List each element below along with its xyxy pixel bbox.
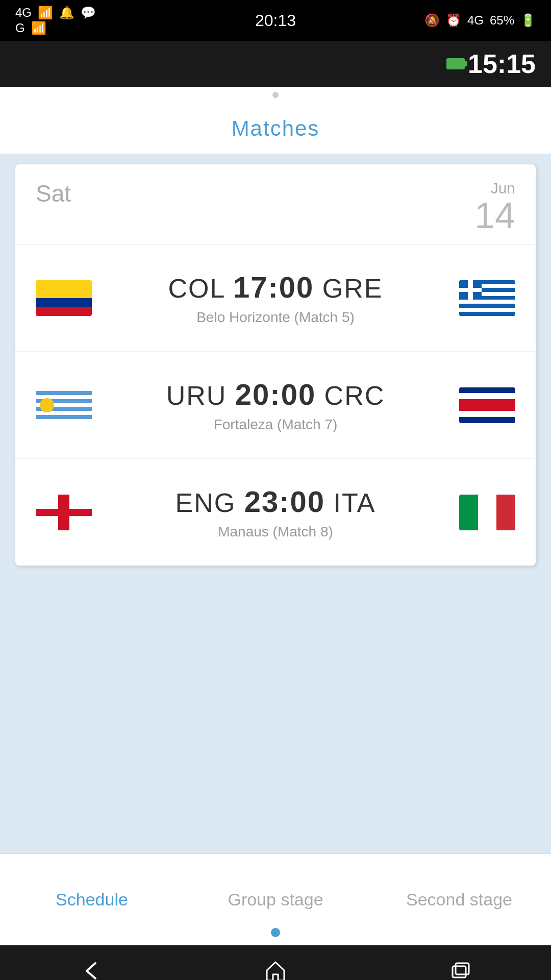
back-button[interactable] [79,958,105,980]
status-bar: 4G 📶 🔔 💬 G 📶 20:13 🔕 ⏰ 4G 65% 🔋 [0,0,551,41]
mute-icon: 🔕 [424,13,440,28]
date-header: Sat Jun 14 [15,164,536,244]
flag-italy [459,495,515,530]
signal-bars-1: 📶 [38,6,53,20]
nav-second-stage[interactable]: Second stage [367,854,551,945]
colombia-yellow-stripe [36,280,92,298]
match-info-1: COL 17:00 GRE Belo Horizonte (Match 5) [92,270,459,326]
flag-england [36,495,92,530]
wechat-icon: 💬 [81,6,96,20]
signal-4g-2: G [15,21,25,35]
match-row-1[interactable]: COL 17:00 GRE Belo Horizonte (Match 5) [15,244,536,352]
match-teams-time-1: COL 17:00 GRE [92,270,459,304]
flag-greece [459,280,515,316]
match-venue-3: Manaus (Match 8) [92,524,459,540]
time-bar: 15:15 [0,41,551,87]
app-header: Matches [0,103,551,154]
battery-icon: 🔋 [520,13,536,28]
top-indicator [0,87,551,103]
nav-group-stage[interactable]: Group stage [184,854,367,945]
nav-schedule-label: Schedule [56,890,128,910]
signal-bars-2: 📶 [31,21,46,35]
notification-icon: 🔔 [59,6,74,20]
date-right: Jun 14 [474,180,515,234]
match-info-2: URU 20:00 CRC Fortaleza (Match 7) [92,377,459,433]
signal-area: 4G 📶 🔔 💬 G 📶 [15,6,96,35]
alarm-icon: ⏰ [446,13,461,28]
status-time: 20:13 [255,11,296,30]
match-info-3: ENG 23:00 ITA Manaus (Match 8) [92,484,459,540]
main-content: Sat Jun 14 COL 17:00 GRE Belo Horizonte … [0,154,551,853]
match-venue-2: Fortaleza (Match 7) [92,416,459,433]
svg-rect-1 [456,963,469,974]
flag-uruguay [36,387,92,423]
flag-costarica [459,387,515,423]
match-time-1: 17:00 [233,271,314,304]
colombia-red-stripe [36,307,92,316]
signal-4g-1: 4G [15,6,32,20]
local-time: 15:15 [468,48,536,79]
page-title: Matches [232,116,320,141]
match-venue-1: Belo Horizonte (Match 5) [92,309,459,326]
match-row-3[interactable]: ENG 23:00 ITA Manaus (Match 8) [15,459,536,566]
indicator-dot [272,92,279,98]
signal-4g-right: 4G [467,13,484,28]
status-right-area: 🔕 ⏰ 4G 65% 🔋 [424,13,536,28]
date-month: Jun [474,180,515,197]
recents-button[interactable] [446,958,472,980]
match-teams-time-3: ENG 23:00 ITA [92,484,459,519]
matches-card: Sat Jun 14 COL 17:00 GRE Belo Horizonte … [15,164,536,566]
home-button[interactable] [263,958,288,980]
nav-group-stage-label: Group stage [228,890,323,910]
date-number: 14 [474,195,515,236]
nav-dot-indicator [271,928,280,937]
uruguay-sun-icon [41,400,53,411]
match-teams-time-2: URU 20:00 CRC [92,377,459,411]
flag-colombia [36,280,92,316]
colombia-blue-stripe [36,298,92,307]
nav-schedule[interactable]: Schedule [0,854,184,945]
battery-percent: 65% [490,13,514,28]
nav-second-stage-label: Second stage [406,890,512,910]
match-time-3: 23:00 [244,485,325,518]
date-day: Sat [36,180,71,207]
android-nav-bar [0,945,551,980]
svg-rect-0 [453,966,466,977]
bottom-nav: Schedule Group stage Second stage [0,853,551,945]
match-time-2: 20:00 [235,378,316,411]
battery-green-icon [446,58,465,69]
match-row-2[interactable]: URU 20:00 CRC Fortaleza (Match 7) [15,352,536,459]
